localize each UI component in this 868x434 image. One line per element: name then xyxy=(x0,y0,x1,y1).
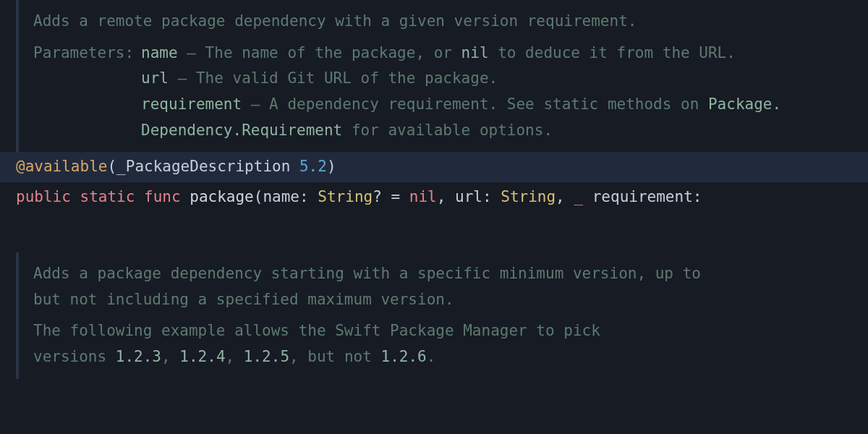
doc-text: . xyxy=(427,348,436,365)
doc-param-text: to deduce it from the URL. xyxy=(489,44,736,61)
doc-param-sep: – xyxy=(242,95,269,113)
token-punct: , xyxy=(437,188,455,205)
token-punct: ( xyxy=(107,158,116,175)
doc-inline-code: Package. xyxy=(708,95,781,113)
token-punct: : xyxy=(693,188,702,205)
token-type: String xyxy=(501,188,556,205)
token-space xyxy=(135,188,144,205)
token-param-name: name xyxy=(263,188,299,205)
token-keyword: func xyxy=(144,188,181,205)
doc-comment-block: Adds a remote package dependency with a … xyxy=(16,0,868,152)
token-number: 5.2 xyxy=(299,158,327,175)
doc-text-line: Adds a package dependency starting with … xyxy=(33,261,868,287)
doc-param-text: for available options. xyxy=(342,122,553,139)
doc-text: , but not xyxy=(289,348,380,365)
doc-param-text: The name of the package, or xyxy=(205,44,461,61)
token-identifier: _PackageDescription xyxy=(116,158,299,175)
token-func-name: package xyxy=(190,188,254,205)
doc-parameters: Parameters: name – The name of the packa… xyxy=(33,41,868,144)
token-param-name: requirement xyxy=(592,188,693,205)
doc-param: requirement – A dependency requirement. … xyxy=(141,92,868,118)
token-attribute: @available xyxy=(16,158,107,175)
doc-inline-code: 1.2.6 xyxy=(380,348,426,365)
token-keyword: _ xyxy=(574,188,583,205)
doc-inline-code: 1.2.5 xyxy=(244,348,289,365)
token-keyword: public xyxy=(16,188,71,205)
token-space xyxy=(71,188,80,205)
doc-text: , xyxy=(226,348,244,365)
token-space xyxy=(583,188,592,205)
doc-param-name: requirement xyxy=(141,95,242,113)
token-punct: = xyxy=(391,188,409,205)
token-punct: , xyxy=(556,188,574,205)
doc-param-text: The valid Git URL of the package. xyxy=(196,69,498,87)
doc-text-line: The following example allows the Swift P… xyxy=(33,318,868,344)
doc-param: Dependency.Requirement for available opt… xyxy=(141,118,868,144)
doc-param-name: name xyxy=(141,44,178,61)
doc-summary: Adds a remote package dependency with a … xyxy=(33,9,868,35)
doc-params-list: name – The name of the package, or nil t… xyxy=(141,41,868,144)
doc-text: versions xyxy=(33,348,116,365)
token-space xyxy=(181,188,190,205)
token-punct: ( xyxy=(254,188,263,205)
doc-inline-code: 1.2.4 xyxy=(179,348,225,365)
doc-text-line: versions 1.2.3, 1.2.4, 1.2.5, but not 1.… xyxy=(33,344,868,370)
doc-inline-code: 1.2.3 xyxy=(116,348,161,365)
token-punct: : xyxy=(482,188,501,205)
doc-param: name – The name of the package, or nil t… xyxy=(141,41,868,67)
doc-summary: Adds a package dependency starting with … xyxy=(33,261,868,312)
doc-param-sep: – xyxy=(178,44,205,61)
token-punct: ? xyxy=(373,188,391,205)
token-punct: ) xyxy=(327,158,336,175)
doc-param-sep: – xyxy=(169,69,196,87)
blank-spacer xyxy=(0,213,868,252)
token-punct: : xyxy=(299,188,318,205)
doc-params-label: Parameters: xyxy=(33,41,134,67)
token-type: String xyxy=(318,188,373,205)
code-line[interactable]: @available(_PackageDescription 5.2) xyxy=(0,152,868,182)
code-line[interactable]: public static func package(name: String?… xyxy=(0,182,868,213)
doc-param-text: A dependency requirement. See static met… xyxy=(269,95,708,113)
token-keyword: nil xyxy=(409,188,437,205)
doc-inline-code: nil xyxy=(461,44,489,61)
doc-param: url – The valid Git URL of the package. xyxy=(141,66,868,92)
doc-param-name: url xyxy=(141,69,169,87)
token-keyword: static xyxy=(80,188,135,205)
doc-text-line: but not including a specified maximum ve… xyxy=(33,287,868,313)
doc-example: The following example allows the Swift P… xyxy=(33,318,868,370)
doc-text: , xyxy=(161,348,179,365)
token-param-name: url xyxy=(455,188,482,205)
doc-inline-code: Dependency.Requirement xyxy=(141,122,342,139)
doc-comment-block: Adds a package dependency starting with … xyxy=(16,252,868,379)
